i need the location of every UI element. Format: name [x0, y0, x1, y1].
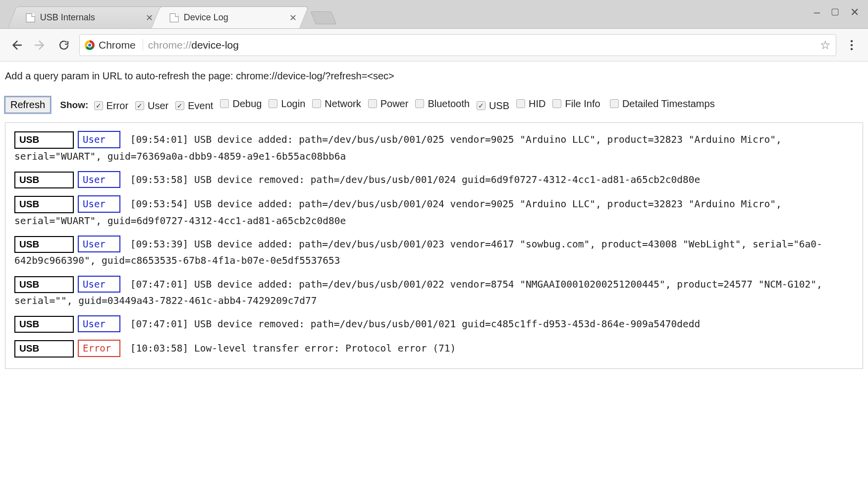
refresh-button[interactable]: Refresh [5, 97, 51, 113]
log-timestamp: [09:53:39] [130, 239, 188, 250]
log-level-badge: Error [78, 340, 120, 357]
log-level-badge: User [78, 171, 120, 188]
log-entry: USBUser [09:54:01] USB device added: pat… [14, 131, 854, 164]
log-entry: USBUser [07:47:01] USB device removed: p… [14, 315, 854, 333]
log-type-badge: USB [14, 236, 74, 253]
checkbox-icon [516, 99, 525, 108]
tab-close-icon[interactable]: ✕ [146, 12, 153, 23]
log-level-badge: User [78, 236, 120, 252]
filter-file-info-checkbox[interactable]: File Info [552, 93, 600, 115]
log-entry: USBUser [09:53:54] USB device added: pat… [14, 195, 854, 229]
tab-strip: USB Internals✕Device Log✕ – ▢ ✕ [0, 0, 868, 29]
chrome-logo-icon [85, 40, 95, 50]
filter-label: File Info [565, 93, 600, 115]
filter-label: Event [188, 95, 213, 117]
browser-menu-button[interactable] [843, 37, 860, 54]
log-type-badge: USB [14, 316, 74, 333]
url-scheme-chip: Chrome [85, 39, 143, 51]
bookmark-star-icon[interactable]: ☆ [820, 38, 831, 52]
maximize-button[interactable]: ▢ [831, 7, 839, 18]
reload-icon [58, 39, 70, 51]
show-label: Show: [60, 100, 88, 110]
checkbox-icon: ✓ [94, 101, 103, 110]
filter-label: Error [107, 95, 128, 117]
checkbox-icon: ✓ [135, 101, 144, 110]
detailed-timestamps-checkbox[interactable]: Detailed Timestamps [610, 93, 715, 115]
tab-usb-internals[interactable]: USB Internals✕ [7, 6, 165, 28]
tab-title: USB Internals [40, 12, 95, 23]
auto-refresh-hint: Add a query param in URL to auto-refresh… [5, 70, 863, 82]
reload-button[interactable] [55, 37, 72, 54]
svg-point-2 [851, 48, 853, 50]
log-type-badge: USB [14, 340, 74, 357]
scheme-label: Chrome [99, 39, 136, 51]
log-type-badge: USB [14, 196, 74, 213]
log-type-badge: USB [14, 131, 74, 148]
kebab-menu-icon [850, 39, 853, 51]
filter-label: Debug [232, 93, 262, 115]
minimize-button[interactable]: – [814, 7, 820, 18]
filter-hid-checkbox[interactable]: HID [516, 93, 545, 115]
checkbox-icon [415, 99, 424, 108]
page-favicon-icon [26, 13, 35, 22]
svg-point-1 [851, 44, 853, 46]
filter-label: HID [529, 93, 545, 115]
checkbox-icon [269, 99, 277, 108]
filter-debug-checkbox[interactable]: Debug [220, 93, 262, 115]
address-bar[interactable]: Chrome chrome://device-log ☆ [79, 34, 836, 56]
filter-label: Login [281, 93, 305, 115]
detailed-timestamps-label: Detailed Timestamps [622, 93, 715, 115]
log-message: USB device added: path=/dev/bus/usb/001/… [14, 134, 782, 162]
filter-label: Bluetooth [428, 93, 470, 115]
filter-login-checkbox[interactable]: Login [269, 93, 305, 115]
close-window-button[interactable]: ✕ [850, 7, 859, 18]
filter-user-checkbox[interactable]: ✓User [135, 95, 168, 117]
log-panel: USBUser [09:54:01] USB device added: pat… [5, 122, 863, 368]
filter-label: User [148, 95, 168, 117]
filter-label: USB [489, 95, 509, 117]
svg-point-0 [851, 40, 853, 42]
log-type-badge: USB [14, 172, 74, 188]
controls-row: Refresh Show: ✓Error✓User✓EventDebugLogi… [5, 93, 863, 117]
arrow-right-icon [34, 39, 47, 52]
log-timestamp: [07:47:01] [130, 318, 188, 330]
filter-network-checkbox[interactable]: Network [312, 93, 361, 115]
filter-usb-checkbox[interactable]: ✓USB [477, 95, 509, 117]
tab-close-icon[interactable]: ✕ [289, 12, 297, 23]
checkbox-icon: ✓ [175, 101, 184, 110]
log-level-badge: User [78, 195, 120, 212]
log-timestamp: [07:47:01] [130, 279, 188, 290]
log-level-badge: User [78, 276, 120, 293]
log-message: USB device added: path=/dev/bus/usb/001/… [14, 198, 782, 226]
filter-event-checkbox[interactable]: ✓Event [175, 95, 213, 117]
page-content: Add a query param in URL to auto-refresh… [0, 61, 868, 381]
tab-device-log[interactable]: Device Log✕ [151, 6, 309, 28]
back-button[interactable] [8, 37, 25, 54]
window-controls: – ▢ ✕ [814, 7, 859, 18]
browser-toolbar: Chrome chrome://device-log ☆ [0, 29, 868, 61]
filter-bluetooth-checkbox[interactable]: Bluetooth [415, 93, 470, 115]
log-entry: USBUser [09:53:39] USB device added: pat… [14, 236, 854, 269]
log-entry: USBError [10:03:58] Low-level transfer e… [14, 340, 854, 357]
filter-power-checkbox[interactable]: Power [368, 93, 409, 115]
filter-label: Power [380, 93, 409, 115]
log-message: Low-level transfer error: Protocol error… [194, 343, 456, 354]
filter-error-checkbox[interactable]: ✓Error [94, 95, 128, 117]
checkbox-icon [552, 99, 561, 108]
log-level-badge: User [78, 131, 120, 148]
url-text: chrome://device-log [148, 39, 239, 51]
log-timestamp: [10:03:58] [130, 343, 188, 354]
tab-title: Device Log [184, 12, 228, 23]
checkbox-icon [220, 99, 229, 108]
log-entry: USBUser [07:47:01] USB device added: pat… [14, 276, 854, 309]
filter-label: Network [325, 93, 361, 115]
forward-button[interactable] [32, 37, 49, 54]
log-entry: USBUser [09:53:58] USB device removed: p… [14, 171, 854, 188]
checkbox-icon [368, 99, 377, 108]
log-timestamp: [09:53:58] [130, 174, 188, 185]
new-tab-button[interactable] [311, 11, 337, 24]
checkbox-icon: ✓ [477, 101, 486, 110]
log-type-badge: USB [14, 276, 74, 293]
page-favicon-icon [170, 13, 179, 22]
arrow-left-icon [10, 39, 23, 52]
